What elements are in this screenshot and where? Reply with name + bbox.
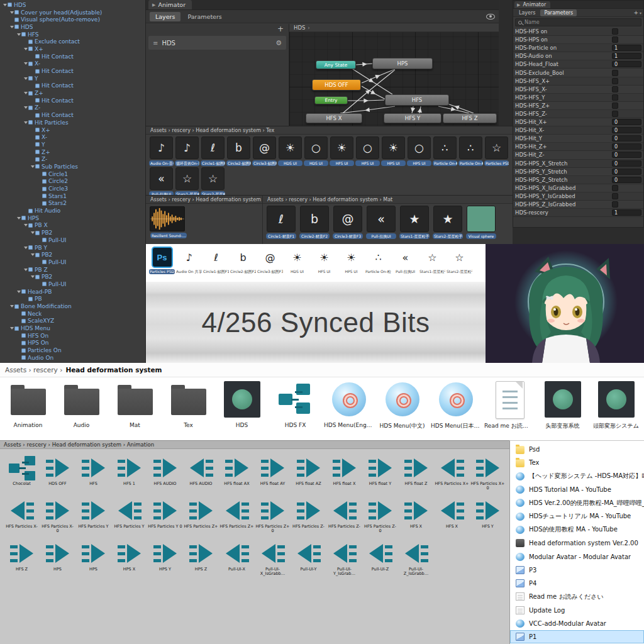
hierarchy-item[interactable]: X+ [0, 126, 145, 134]
asset-item[interactable]: ☆ Stars2-星星粒子2 [447, 247, 472, 282]
animation-asset[interactable]: HFS float X [326, 454, 362, 491]
parameter-row[interactable]: HDS-HFS_Z+ [513, 102, 643, 110]
parameter-checkbox[interactable] [612, 185, 618, 191]
hierarchy-item[interactable]: PB X [0, 222, 145, 230]
project-asset[interactable]: 头部变形系统 [536, 379, 589, 440]
animation-asset[interactable]: HFS Z [4, 540, 40, 576]
hierarchy-item[interactable]: Hit Contact [0, 97, 145, 104]
asset-item[interactable]: ☆ Stars1-星星粒子1 [174, 167, 200, 197]
file-row[interactable]: Head deformation system Ver.2.00 [510, 536, 644, 550]
parameter-row[interactable]: HDS-HFS_X+ [513, 77, 643, 86]
state-node-entry[interactable]: Entry [314, 96, 348, 104]
animation-asset[interactable]: HFS Particles X- 0 [40, 497, 75, 533]
expand-arrow-icon[interactable] [23, 224, 28, 226]
animation-asset[interactable]: HFS Particles X+ 0 [470, 454, 506, 491]
hierarchy-item[interactable]: HDS [0, 1, 145, 9]
animation-asset[interactable]: HDS OFF [40, 454, 75, 491]
parameter-checkbox[interactable] [612, 70, 618, 76]
hierarchy-item[interactable]: PB2 [0, 251, 145, 258]
expand-arrow-icon[interactable] [9, 11, 14, 14]
hierarchy-item[interactable]: HPS On [0, 340, 145, 347]
parameter-value-field[interactable]: 0 [612, 152, 641, 158]
asset-item[interactable]: ☀ HDS UI [284, 247, 310, 282]
project-asset[interactable]: HDS FX [269, 379, 322, 440]
hierarchy-item[interactable]: Circle1 [0, 170, 145, 178]
hierarchy-item[interactable]: Sub Particles [0, 163, 145, 170]
parameter-row[interactable]: HDS-HFS_Z- [513, 110, 643, 118]
expand-arrow-icon[interactable] [2, 4, 8, 6]
project-asset[interactable]: HDS Menu(中文) [375, 379, 429, 440]
state-node-hfs-x[interactable]: HFS X [306, 113, 362, 123]
asset-item[interactable]: ℓ Circle1-贴图F1 [200, 136, 226, 166]
expand-arrow-icon[interactable] [23, 121, 28, 124]
parameter-row[interactable]: HDS-Hit_X- 0 [513, 126, 643, 135]
parameter-search-field[interactable]: Name [515, 18, 641, 26]
expand-arrow-icon[interactable] [23, 77, 28, 80]
state-node-hfs-y[interactable]: HFS Y [384, 113, 441, 123]
asset-item[interactable]: ☀ HPS UI [380, 136, 406, 166]
file-row[interactable]: HDS Ver.2.00的使用教程-MA_哔哩哔哩_bilibili [510, 496, 644, 509]
parameter-row[interactable]: HDS-Hit_Z- 0 [513, 151, 643, 159]
parameter-row[interactable]: HDS-Particle on 1 [513, 44, 643, 52]
parameter-checkbox[interactable] [612, 28, 618, 35]
parameter-value-field[interactable]: 0 [612, 135, 641, 142]
parameter-row[interactable]: HDS-HPS_Y_Stretch 0 [513, 168, 643, 176]
parameter-row[interactable]: HDS-HFS_X- [513, 86, 643, 94]
parameter-row[interactable]: HDS-HPS on [513, 36, 643, 44]
expand-arrow-icon[interactable] [23, 106, 28, 109]
expand-arrow-icon[interactable] [16, 33, 21, 36]
expand-arrow-icon[interactable] [30, 165, 35, 168]
hierarchy-item[interactable]: Head-PB [0, 288, 145, 296]
file-row[interactable]: P1 [510, 630, 644, 643]
asset-item[interactable]: ★ Stars1-星星粒子1 [399, 206, 430, 239]
expand-arrow-icon[interactable] [16, 291, 21, 293]
parameter-row[interactable]: HDS-Hit_Y 0 [513, 135, 643, 143]
asset-item[interactable]: ♪ Audio On-音效图标1 [148, 136, 174, 166]
asset-item[interactable]: ℓ Circle1-材质F1 [265, 206, 297, 239]
file-row[interactable]: Tex [510, 456, 644, 469]
parameter-row[interactable]: HDS-HPS_X_Stretch 0 [513, 160, 643, 168]
hierarchy-item[interactable]: HDS [0, 23, 145, 31]
animation-asset[interactable]: HFS float AZ [291, 454, 326, 491]
hierarchy-item[interactable]: Visual sphere(Auto-remove) [0, 16, 145, 23]
project-asset[interactable]: Animation [1, 379, 55, 440]
file-row[interactable]: HDS的使用教程 MA - YouTube [510, 523, 644, 536]
audio-asset-item[interactable]: Resilient Sound-… [150, 206, 187, 238]
hierarchy-item[interactable]: Particles On [0, 347, 145, 354]
asset-item[interactable]: ☀ HPS UI [338, 247, 364, 282]
state-node-hfs[interactable]: HFS [385, 94, 449, 106]
animation-asset[interactable]: HFS float Y [362, 454, 398, 491]
hierarchy-item[interactable]: X- [0, 60, 145, 68]
state-node-any-state[interactable]: Any State [316, 60, 356, 69]
asset-item[interactable]: ∴ Particle On-粒子图标1 [365, 247, 391, 282]
file-row[interactable]: HDS Tutorial MA - YouTube [510, 483, 644, 496]
animation-asset[interactable]: HFS Particles Z- [326, 497, 362, 533]
parameter-checkbox[interactable] [612, 86, 618, 92]
parameter-checkbox[interactable] [612, 103, 618, 109]
file-row[interactable]: Psd [510, 443, 644, 456]
state-node-hfs-z[interactable]: HFS Z [443, 113, 497, 123]
parameter-value-field[interactable]: 1 [612, 53, 641, 59]
animation-asset[interactable]: HFS Particles Z+ [183, 497, 219, 533]
parameter-checkbox[interactable] [612, 193, 618, 199]
hierarchy-item[interactable]: Cover your head(Adjustable) [0, 9, 145, 16]
add-layer-button[interactable]: + [146, 24, 289, 35]
asset-item[interactable]: ☀ HDS UI [277, 136, 303, 166]
animation-asset[interactable]: Chocolat [4, 454, 40, 491]
mat-breadcrumb[interactable]: Assets › rescery › Head deformation syst… [263, 196, 513, 204]
hierarchy-item[interactable]: PB Y [0, 244, 145, 252]
hierarchy-item[interactable]: Z+ [0, 89, 145, 97]
animation-asset[interactable]: HFS Particles Y [75, 497, 111, 533]
state-node-hds-off[interactable]: HDS OFF [312, 79, 361, 91]
project-asset[interactable]: 頭部変形システム [589, 379, 643, 440]
hierarchy-item[interactable]: Z- [0, 104, 145, 112]
animation-asset[interactable]: HFS AUDIO [183, 454, 219, 491]
animation-asset[interactable]: HFS Particles Z- [291, 497, 326, 533]
animation-asset[interactable]: HFS AUDIO [147, 454, 183, 491]
asset-item[interactable]: ☀ HFS UI [311, 247, 337, 282]
parameter-row[interactable]: HDS-Hit_X+ 0 [513, 118, 643, 126]
file-row[interactable]: Modular Avatar - Modular Avatar [510, 550, 644, 563]
hierarchy-item[interactable]: Neck [0, 310, 145, 318]
asset-item[interactable]: b Circle2-贴图F2 [226, 136, 252, 166]
hierarchy-item[interactable]: PB Z [0, 266, 145, 274]
